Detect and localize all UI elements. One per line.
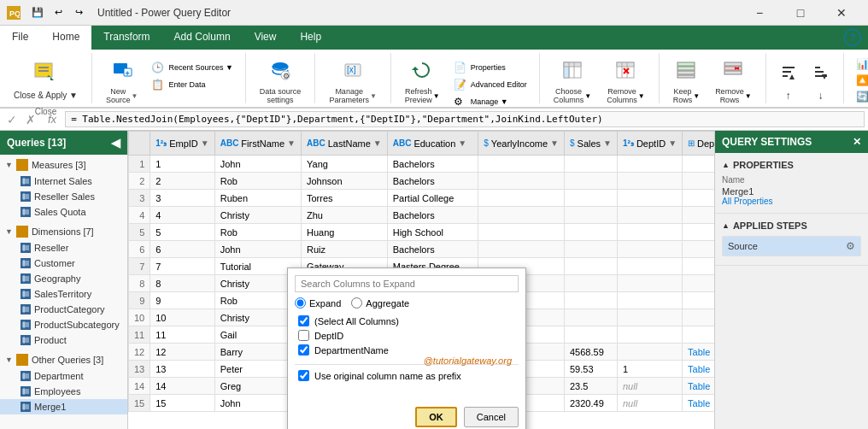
cell-dept-13[interactable]: Table <box>683 361 714 378</box>
expand-search-input[interactable] <box>295 275 519 292</box>
remove-rows-btn[interactable]: RemoveRows ▼ <box>708 56 758 108</box>
cell-dept-12[interactable]: Table <box>683 344 714 361</box>
col-header-deptid[interactable]: 1²₃ DeptID ▼ <box>618 132 683 156</box>
choose-columns-btn[interactable]: ChooseColumns ▼ <box>547 56 598 108</box>
expand-prefix-checkbox[interactable] <box>298 370 309 381</box>
data-source-settings-btn[interactable]: ⚙ Data sourcesettings <box>253 56 308 108</box>
sidebar-item-product[interactable]: Product <box>0 332 127 348</box>
education-filter-icon[interactable]: ▼ <box>458 138 466 148</box>
sidebar-item-geography[interactable]: Geography <box>0 271 127 286</box>
table-link-13[interactable]: Table <box>688 364 710 374</box>
expand-ok-btn[interactable]: OK <box>415 407 457 427</box>
sidebar-group-measures-header[interactable]: ▼ Measures [3] <box>0 156 127 173</box>
formula-checkmark-icon[interactable]: ✓ <box>3 111 21 128</box>
minimize-btn[interactable]: − <box>740 0 779 26</box>
tab-view[interactable]: View <box>243 26 289 50</box>
sidebar-group-dimensions-header[interactable]: ▼ Dimensions [7] <box>0 223 127 240</box>
expand-radio-expand-input[interactable] <box>295 297 306 309</box>
sort-asc-btn[interactable]: ↑ <box>773 56 804 108</box>
maximize-btn[interactable]: □ <box>781 0 820 26</box>
properties-btn[interactable]: 📄 Properties <box>449 60 532 75</box>
keep-rows-btn[interactable]: KeepRows ▼ <box>666 56 707 108</box>
sidebar-item-merge1[interactable]: Merge1 <box>0 399 127 414</box>
close-btn[interactable]: ✕ <box>822 0 861 26</box>
sidebar-item-customer[interactable]: Customer <box>0 256 127 271</box>
expand-radio-aggregate-input[interactable] <box>351 297 362 309</box>
sidebar-item-sales-territory[interactable]: SalesTerritory <box>0 286 127 302</box>
qs-close-btn[interactable]: ✕ <box>853 136 861 148</box>
lastname-filter-icon[interactable]: ▼ <box>373 138 382 148</box>
empid-filter-icon[interactable]: ▼ <box>201 138 209 148</box>
col-header-department[interactable]: ⊞ Department ⇄ <box>683 132 714 156</box>
recent-sources-btn[interactable]: 🕒 Recent Sources ▼ <box>146 60 238 75</box>
save-quick-btn[interactable]: 💾 <box>29 4 46 21</box>
cell-empid-8: 8 <box>150 275 214 292</box>
col-header-yearly-income[interactable]: $ YearlyIncome ▼ <box>478 132 565 156</box>
expand-list-item-deptid[interactable]: DeptID <box>295 328 519 343</box>
col-header-lastname[interactable]: ABC LastName ▼ <box>302 132 388 156</box>
enter-data-btn[interactable]: 📋 Enter Data <box>146 77 238 92</box>
sidebar-item-reseller[interactable]: Reseller <box>0 240 127 256</box>
sort-desc-btn[interactable]: ↓ <box>806 56 836 108</box>
table-link-15[interactable]: Table <box>688 398 710 408</box>
qs-step-source-gear[interactable]: ⚙ <box>846 240 855 252</box>
qs-all-properties-link[interactable]: All Properties <box>722 197 861 206</box>
expand-checkbox-all[interactable] <box>298 315 309 326</box>
expand-radio-expand[interactable]: Expand <box>295 297 341 309</box>
manage-btn[interactable]: ⚙ Manage ▼ <box>449 94 532 109</box>
new-source-btn[interactable]: + NewSource ▼ <box>99 56 144 108</box>
sales-filter-icon[interactable]: ▼ <box>603 138 612 148</box>
firstname-filter-icon[interactable]: ▼ <box>287 138 296 148</box>
table-link-14[interactable]: Table <box>688 381 710 391</box>
sidebar-item-product-subcategory[interactable]: ProductSubcategory <box>0 317 127 332</box>
keep-rows-icon <box>676 60 696 85</box>
yearly-income-filter-icon[interactable]: ▼ <box>550 138 559 148</box>
use-first-row-btn[interactable]: 🔼 Use First Row as Headers ▼ <box>851 73 868 88</box>
formula-bar-input[interactable] <box>65 111 865 127</box>
refresh-preview-btn[interactable]: RefreshPreview ▼ <box>398 56 447 108</box>
sidebar-item-reseller-sales[interactable]: Reseller Sales <box>0 189 127 204</box>
expand-cancel-btn[interactable]: Cancel <box>464 407 519 427</box>
col-header-education[interactable]: ABC Education ▼ <box>387 132 478 156</box>
expand-list-item-all[interactable]: (Select All Columns) <box>295 314 519 328</box>
cell-dept-15[interactable]: Table <box>683 395 714 412</box>
sidebar-group-other-header[interactable]: ▼ Other Queries [3] <box>0 351 127 368</box>
tab-home[interactable]: Home <box>40 26 91 50</box>
replace-values-btn[interactable]: 🔄 Replace Values <box>851 89 868 104</box>
help-btn[interactable]: ? <box>844 29 861 46</box>
undo-quick-btn[interactable]: ↩ <box>50 4 67 21</box>
cell-dept-14[interactable]: Table <box>683 378 714 395</box>
table-link-12[interactable]: Table <box>688 347 710 357</box>
remove-columns-btn[interactable]: RemoveColumns ▼ <box>600 56 651 108</box>
tab-transform[interactable]: Transform <box>91 26 161 50</box>
dimensions-folder-icon <box>16 226 28 238</box>
redo-quick-btn[interactable]: ↪ <box>70 4 87 21</box>
sidebar-collapse-btn[interactable]: ◀ <box>111 136 120 150</box>
manage-parameters-btn[interactable]: [x] ManageParameters ▼ <box>322 56 383 108</box>
deptid-header-label: DeptID <box>636 138 666 149</box>
col-header-firstname[interactable]: ABC FirstName ▼ <box>214 132 301 156</box>
cell-deptid-11 <box>618 326 683 344</box>
sidebar-item-product-category[interactable]: ProductCategory <box>0 302 127 317</box>
formula-cancel-icon[interactable]: ✗ <box>22 111 39 128</box>
expand-checkbox-deptid[interactable] <box>298 330 309 341</box>
sidebar-item-department[interactable]: Department <box>0 368 127 384</box>
sidebar-item-sales-quota[interactable]: Sales Quota <box>0 204 127 220</box>
row-num-4: 4 <box>129 207 150 224</box>
expand-checkbox-departmentname[interactable] <box>298 344 309 356</box>
data-type-btn[interactable]: 📊 Data Type: Table <box>851 56 868 72</box>
formula-bar: ✓ ✗ fx <box>0 109 868 131</box>
deptid-filter-icon[interactable]: ▼ <box>668 138 677 148</box>
tab-help[interactable]: Help <box>288 26 333 50</box>
cell-empid-15: 15 <box>150 395 214 412</box>
col-header-sales[interactable]: $ Sales ▼ <box>565 132 618 156</box>
expand-radio-aggregate[interactable]: Aggregate <box>351 297 409 309</box>
sidebar-item-internet-sales[interactable]: Internet Sales <box>0 173 127 189</box>
close-apply-btn[interactable]: Close & Apply ▼ <box>7 56 85 103</box>
sidebar-item-employees[interactable]: Employees <box>0 384 127 399</box>
advanced-editor-btn[interactable]: 📝 Advanced Editor <box>449 77 532 92</box>
tab-add-column[interactable]: Add Column <box>162 26 243 50</box>
qs-step-source[interactable]: Source ⚙ <box>722 236 861 256</box>
tab-file[interactable]: File <box>0 26 40 50</box>
col-header-empid[interactable]: 1²₃ EmpID ▼ <box>150 132 214 156</box>
